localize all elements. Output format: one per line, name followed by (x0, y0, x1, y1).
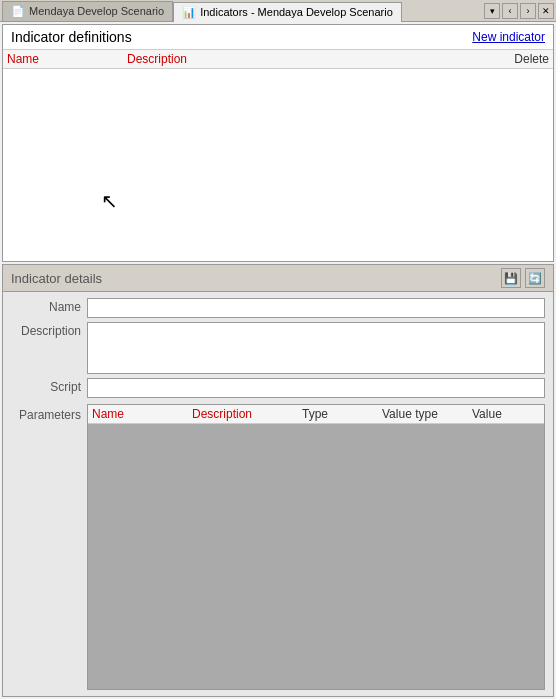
params-col-value-type: Value type (382, 407, 472, 421)
save-button[interactable]: 💾 (501, 268, 521, 288)
tab-mendaya-develop[interactable]: 📄 Mendaya Develop Scenario (2, 1, 173, 21)
col-header-delete: Delete (499, 52, 549, 66)
top-panel-header: Indicator definitions New indicator (3, 25, 553, 50)
tab-navigation: ▾ ‹ › ✕ (484, 3, 554, 19)
name-row: Name (11, 298, 545, 318)
description-textarea[interactable] (87, 322, 545, 374)
parameters-label: Parameters (11, 404, 81, 690)
script-label: Script (11, 378, 81, 394)
tab-forward-button[interactable]: › (520, 3, 536, 19)
tab-icon-active: 📊 (182, 5, 196, 19)
col-header-name: Name (7, 52, 127, 66)
indicator-table-body: ↖ (3, 69, 553, 261)
toolbar: 💾 🔄 (501, 268, 545, 288)
description-label: Description (11, 322, 81, 338)
parameters-table: Name Description Type Value type Value (87, 404, 545, 690)
params-col-type: Type (302, 407, 382, 421)
tab-icon-inactive: 📄 (11, 4, 25, 18)
new-indicator-link[interactable]: New indicator (472, 30, 545, 44)
tab-label-inactive: Mendaya Develop Scenario (29, 5, 164, 17)
script-input[interactable] (87, 378, 545, 398)
params-table-body (88, 424, 544, 689)
tab-close-button[interactable]: ✕ (538, 3, 554, 19)
tab-bar: 📄 Mendaya Develop Scenario 📊 Indicators … (0, 0, 556, 22)
params-table-header: Name Description Type Value type Value (88, 405, 544, 424)
params-col-name: Name (92, 407, 192, 421)
refresh-icon: 🔄 (528, 272, 542, 285)
tab-overflow-button[interactable]: ▾ (484, 3, 500, 19)
refresh-button[interactable]: 🔄 (525, 268, 545, 288)
indicator-definitions-panel: Indicator definitions New indicator Name… (2, 24, 554, 262)
indicator-details-title: Indicator details (11, 271, 102, 286)
col-header-description: Description (127, 52, 499, 66)
params-col-description: Description (192, 407, 302, 421)
indicator-table-header: Name Description Delete (3, 50, 553, 69)
tab-indicators[interactable]: 📊 Indicators - Mendaya Develop Scenario (173, 2, 402, 22)
indicator-definitions-title: Indicator definitions (11, 29, 132, 45)
save-icon: 💾 (504, 272, 518, 285)
parameters-section: Parameters Name Description Type Value t… (3, 404, 553, 696)
name-label: Name (11, 298, 81, 314)
bottom-panel-header: Indicator details 💾 🔄 (3, 265, 553, 292)
indicator-details-panel: Indicator details 💾 🔄 Name Description (2, 264, 554, 697)
name-input[interactable] (87, 298, 545, 318)
tab-back-button[interactable]: ‹ (502, 3, 518, 19)
main-content: Indicator definitions New indicator Name… (0, 22, 556, 699)
description-row: Description (11, 322, 545, 374)
tab-label-active: Indicators - Mendaya Develop Scenario (200, 6, 393, 18)
script-row: Script (11, 378, 545, 398)
form-area: Name Description Script (3, 292, 553, 404)
params-col-value: Value (472, 407, 540, 421)
